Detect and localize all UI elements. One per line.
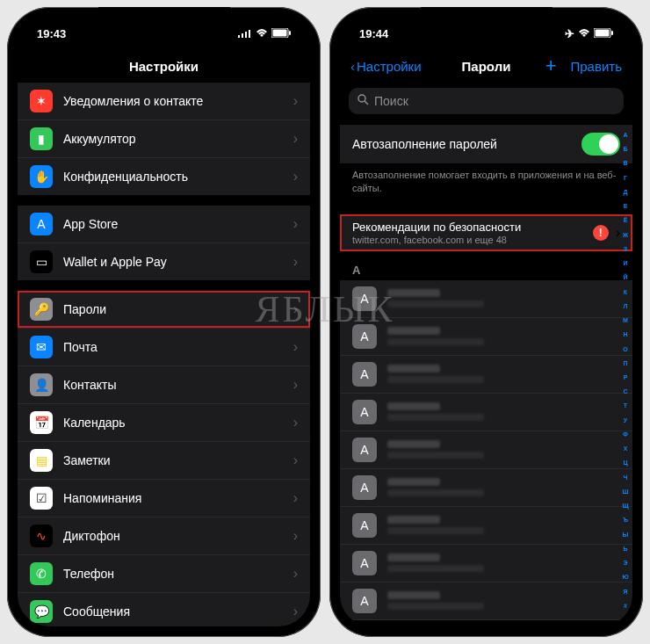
settings-row-wallet[interactable]: ▭Wallet и Apple Pay› — [18, 243, 310, 280]
index-letter[interactable]: Ю — [622, 574, 628, 580]
settings-row-notes[interactable]: ▤Заметки› — [18, 442, 310, 480]
index-letter[interactable]: О — [623, 346, 627, 352]
settings-row-label: Уведомления о контакте — [63, 94, 293, 108]
add-button[interactable]: + — [545, 54, 557, 77]
svg-rect-3 — [249, 30, 250, 38]
settings-row-reminders[interactable]: ☑Напоминания› — [18, 480, 310, 517]
password-row[interactable]: A — [340, 545, 632, 582]
index-letter[interactable]: М — [623, 317, 628, 323]
security-recommendations-row[interactable]: Рекомендации по безопасности twitter.com… — [340, 214, 632, 251]
settings-row-label: Напоминания — [63, 491, 293, 505]
index-letter[interactable]: Ч — [624, 474, 628, 481]
signal-icon — [238, 27, 252, 40]
index-letter[interactable]: Х — [624, 445, 628, 452]
battery-icon: ▮ — [30, 127, 53, 150]
settings-row-calendar[interactable]: 📅Календарь› — [18, 404, 310, 442]
index-letter[interactable]: Ы — [623, 532, 629, 538]
notes-icon: ▤ — [30, 449, 53, 472]
settings-row-app-store[interactable]: AApp Store› — [18, 206, 310, 243]
status-icons — [238, 27, 291, 40]
index-letter[interactable]: Ъ — [623, 517, 628, 523]
messages-icon: 💬 — [30, 600, 53, 623]
index-letter[interactable]: Д — [624, 189, 628, 195]
chevron-left-icon: ‹ — [350, 59, 355, 74]
index-letter[interactable]: Н — [623, 331, 627, 337]
index-letter[interactable]: Я — [623, 589, 627, 595]
index-letter[interactable]: У — [624, 417, 627, 423]
index-letter[interactable]: З — [624, 246, 627, 252]
wifi-icon — [256, 27, 268, 40]
settings-row-privacy[interactable]: ✋Конфиденциальность› — [18, 158, 310, 195]
settings-row-mail[interactable]: ✉Почта› — [18, 329, 310, 366]
index-letter[interactable]: Щ — [622, 503, 628, 509]
screen-passwords: 19:44 ✈︎ ‹ Настройки Пароли + Править — [340, 18, 632, 626]
index-letter[interactable]: И — [623, 260, 627, 266]
settings-row-phone[interactable]: ✆Телефон› — [18, 555, 310, 593]
svg-rect-8 — [596, 29, 610, 36]
index-letter[interactable]: Л — [624, 303, 628, 309]
index-letter[interactable]: Г — [624, 175, 627, 181]
back-button[interactable]: ‹ Настройки — [350, 59, 422, 74]
index-bar[interactable]: АБВГДЕЁЖЗИЙКЛМНОПРСТУФХЦЧШЩЪЫЬЭЮЯ# — [620, 132, 631, 609]
password-row[interactable]: A — [340, 469, 632, 507]
recommendations-subtitle: twitter.com, facebook.com и еще 48 — [352, 235, 593, 245]
password-row[interactable]: A — [340, 431, 632, 469]
settings-row-battery[interactable]: ▮Аккумулятор› — [18, 120, 310, 158]
index-letter[interactable]: Й — [623, 274, 627, 280]
password-row[interactable]: A — [340, 394, 632, 431]
site-favicon: A — [352, 362, 377, 387]
password-row[interactable]: A — [340, 318, 632, 356]
index-letter[interactable]: Е — [624, 203, 628, 209]
index-letter[interactable]: А — [623, 132, 627, 138]
svg-rect-2 — [245, 32, 247, 38]
edit-button[interactable]: Править — [571, 59, 623, 74]
index-letter[interactable]: Ё — [624, 217, 628, 223]
chevron-right-icon: › — [293, 490, 298, 506]
svg-rect-1 — [242, 33, 243, 38]
site-favicon: A — [352, 475, 377, 500]
settings-list[interactable]: ✶Уведомления о контакте›▮Аккумулятор›✋Ко… — [18, 83, 310, 626]
site-favicon: A — [352, 324, 377, 349]
settings-row-voice-memos[interactable]: ∿Диктофон› — [18, 517, 310, 555]
index-letter[interactable]: Б — [623, 146, 627, 152]
search-input[interactable]: Поиск — [349, 88, 624, 114]
settings-row-messages[interactable]: 💬Сообщения› — [18, 593, 310, 626]
svg-point-10 — [358, 95, 365, 102]
index-letter[interactable]: Ь — [623, 546, 627, 552]
index-letter[interactable]: # — [624, 603, 627, 609]
autofill-label: Автозаполнение паролей — [352, 137, 497, 151]
password-row[interactable]: A — [340, 507, 632, 545]
index-letter[interactable]: С — [623, 388, 627, 394]
index-letter[interactable]: Ж — [623, 232, 628, 238]
index-letter[interactable]: Ф — [623, 431, 628, 438]
index-letter[interactable]: К — [624, 289, 627, 295]
settings-row-contacts[interactable]: 👤Контакты› — [18, 366, 310, 404]
chevron-right-icon: › — [293, 415, 298, 431]
settings-row-label: Календарь — [63, 416, 293, 430]
index-letter[interactable]: В — [623, 160, 627, 166]
index-letter[interactable]: Т — [624, 402, 627, 409]
settings-row-label: Телефон — [63, 567, 293, 581]
autofill-toggle-row[interactable]: Автозаполнение паролей — [340, 125, 632, 163]
password-row[interactable]: A — [340, 280, 632, 318]
recommendations-title: Рекомендации по безопасности — [352, 221, 593, 234]
page-title: Пароли — [462, 59, 511, 74]
index-letter[interactable]: Ш — [622, 488, 628, 495]
index-letter[interactable]: Р — [624, 374, 628, 380]
index-letter[interactable]: Э — [624, 560, 628, 566]
chevron-right-icon: › — [293, 254, 298, 270]
settings-row-contact-notify[interactable]: ✶Уведомления о контакте› — [18, 83, 310, 120]
index-letter[interactable]: П — [623, 360, 627, 366]
status-icons: ✈︎ — [565, 27, 613, 40]
notch — [98, 7, 230, 28]
chevron-right-icon: › — [293, 604, 298, 619]
nav-bar: ‹ Настройки Пароли + Править — [340, 49, 632, 83]
chevron-right-icon: › — [293, 131, 298, 147]
settings-row-passwords[interactable]: 🔑Пароли› — [18, 291, 310, 329]
passwords-content[interactable]: Поиск Автозаполнение паролей Автозаполне… — [340, 83, 632, 626]
password-row[interactable]: A — [340, 356, 632, 394]
wallet-icon: ▭ — [30, 250, 53, 273]
password-row[interactable]: A — [340, 582, 632, 620]
index-letter[interactable]: Ц — [623, 459, 627, 466]
toggle-switch[interactable] — [581, 133, 620, 156]
